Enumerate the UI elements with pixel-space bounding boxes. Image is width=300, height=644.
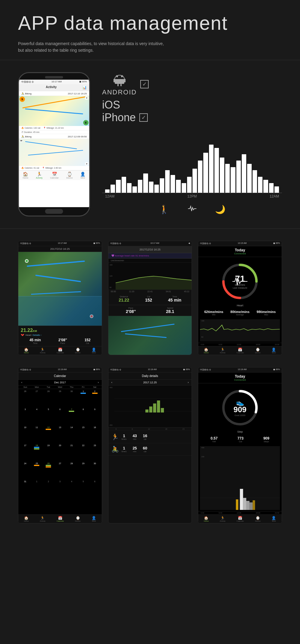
svg-marker-10	[116, 276, 192, 290]
chart-bar	[258, 177, 262, 193]
mini-nav-device-3: ⌚Device	[255, 348, 260, 354]
chart-bar	[192, 169, 197, 193]
feature-section: 中国移动 令 10:17 AM ◼ 90% Activity 📊 🚴 Bikin…	[0, 60, 300, 229]
chart-bar	[274, 186, 279, 193]
moon-icon: 🌙	[215, 204, 226, 215]
mini-nav-cal-6: 📅Calendar	[237, 516, 244, 522]
step-graph-svg	[200, 486, 280, 510]
mini-stats-row-1: 45 min Time 2'08'' Pace 152 Cal	[21, 338, 99, 344]
chart-bar	[214, 148, 219, 193]
svg-rect-26	[236, 499, 238, 510]
android-icon	[112, 72, 127, 87]
hr-chart-svg	[116, 263, 192, 290]
mini-status-2: 中国移动 令 10:17 AM ◀	[108, 241, 192, 246]
cal-day: 27	[31, 390, 43, 406]
heart-rate-screen: 中国移动 令 10:19 AM ◼ 89% Today Connected 7	[198, 241, 282, 355]
screenshots-row-1: 中国移动 令 10:17 AM ◼ 90% 2017/2/10 16:25	[0, 229, 300, 367]
step-count-card: 中国移动 令 10:18 AM ◼ 89% Today Connected 👟 …	[198, 367, 282, 523]
cal-bottom-nav: 🏠Home 🏃Activity 📅Calendar ⌚Device 👤Mine	[18, 514, 102, 523]
daily-bike-stats: 1 times 25 min 60 cal	[122, 446, 189, 452]
chart-bar	[253, 170, 257, 193]
mini-nav-home-3: 🏠Home	[204, 348, 209, 354]
nav-activity: 🏃 Activity	[36, 172, 43, 179]
activity-detail-screen: 中国移动 令 10:17 AM ◀ 2017/12/10 16:25 💜 Ave…	[108, 241, 192, 355]
chart-bar	[198, 161, 202, 193]
detail-cal: Cal 152	[145, 296, 152, 302]
detail-time: Time 45 min	[168, 296, 181, 302]
chart-bar	[247, 164, 252, 193]
cal-days-header: SunMonTueWedThuFriSat	[18, 385, 102, 389]
chart-bar	[111, 185, 115, 193]
mini-nav-mine-4: 👤Mine	[92, 516, 96, 522]
run-icon: 🏃	[111, 433, 119, 440]
mini-nav-device: ⌚Device	[75, 348, 80, 354]
main-title: APP data management	[18, 12, 282, 34]
chart-bar	[242, 154, 246, 193]
ios-badge: iOS iPhone ✓	[102, 99, 282, 124]
cal-day: 4	[66, 480, 77, 497]
cal-day: 13	[54, 426, 66, 443]
phone-stats-2: 🔥 Calories: 41 cal 📍 Mileage: 2.60 km	[19, 166, 89, 170]
heart-rate-card: 中国移动 令 10:19 AM ◼ 89% Today Connected 7	[198, 241, 282, 355]
mini-status-5: 中国移动 令 10:18 AM ◼ 89%	[108, 367, 192, 373]
mini-nav-activity: 🏃Activity	[40, 348, 45, 354]
android-check: ✓	[140, 80, 149, 88]
daily-details-card: 中国移动 令 10:18 AM ◼ 89% Daily details ‹ 20…	[108, 367, 192, 523]
daily-run-stats: 1 times 43 min 16 cal	[122, 434, 189, 440]
cal-nav: ‹ Dec 2017 ›	[18, 380, 102, 385]
daily-header: Daily details	[108, 373, 192, 380]
map-detail-screen: 中国移动 令 10:17 AM ◼ 90% 2017/2/10 16:25	[18, 241, 102, 355]
svg-rect-4	[114, 79, 115, 82]
android-badge: ANDROID ✓	[102, 72, 282, 96]
feature-right: ANDROID ✓ iOS iPhone ✓ 12AM 12PM 12AM	[102, 72, 282, 215]
nav-mine: 👤 Mine	[80, 172, 85, 179]
chart-bar	[176, 180, 180, 193]
cal-day: 29	[54, 390, 66, 406]
cal-week-4: 17 18 19 20 21 22 23	[18, 443, 102, 461]
step-count-screen: 中国移动 令 10:18 AM ◼ 89% Today Connected 👟 …	[198, 367, 282, 523]
chart-icons: 🚶 🌙	[102, 204, 282, 215]
chart-bar	[143, 173, 148, 193]
svg-rect-6	[117, 84, 119, 86]
chart-bar	[182, 183, 186, 193]
svg-rect-27	[253, 500, 255, 510]
cal-day: 16	[89, 426, 101, 443]
chart-bar	[263, 180, 268, 193]
cal-day: 6	[54, 408, 66, 425]
mini-status-3: 中国移动 令 10:19 AM ◼ 89%	[198, 241, 282, 246]
run-times: 1 times	[122, 434, 127, 440]
nav-device: ⌚ Device	[66, 172, 73, 179]
cal-day: 2	[89, 390, 101, 406]
map-route-1	[22, 96, 86, 108]
mini-status-6: 中国移动 令 10:18 AM ◼ 89%	[198, 367, 282, 373]
map-detail-card: 中国移动 令 10:17 AM ◼ 90% 2017/2/10 16:25	[18, 241, 102, 355]
phone-speaker	[45, 76, 63, 78]
mini-nav-activity-4: 🏃Activity	[40, 516, 45, 522]
walk-icon: 🚶	[159, 204, 169, 215]
calendar-screen: 中国移动 令 10:18 AM ◼ 89% Calendar ‹ Dec 201…	[18, 367, 102, 523]
cal-day: 1	[31, 480, 43, 497]
mini-status-4: 中国移动 令 10:18 AM ◼ 89%	[18, 367, 102, 373]
cal-day: 28	[66, 462, 77, 479]
bike-icon: 🚴	[111, 446, 119, 453]
svg-rect-25	[250, 502, 253, 510]
cal-day-active: 26	[43, 462, 54, 479]
iphone-label: iPhone	[102, 111, 136, 124]
daily-run-row: 🏃 1 times 43 min 16 cal	[108, 431, 192, 443]
detail-distance: Distance 21.22	[119, 296, 129, 302]
phone-home-button[interactable]	[45, 209, 63, 214]
iphone-check: ✓	[139, 113, 148, 122]
heart-icon-small	[21, 334, 24, 337]
bike-times: 1 times	[122, 446, 127, 452]
chart-bar	[160, 178, 164, 193]
activity-row-2: 🚴 Biking 2017-12-09 09:50	[19, 134, 89, 139]
cal-day: 19	[43, 444, 54, 461]
mini-nav-mine: 👤Mine	[92, 348, 96, 354]
daily-bike-row: 🚴 1 times 25 min 60 cal	[108, 443, 192, 455]
cal-day: 26	[20, 390, 31, 406]
ios-label: iOS	[102, 99, 282, 111]
chart-bar	[116, 180, 120, 193]
cal-day-active: 18	[31, 444, 43, 461]
cal-week-3: 10 11 12 13 14 15 16	[18, 425, 102, 443]
cal-day: 4	[31, 408, 43, 425]
